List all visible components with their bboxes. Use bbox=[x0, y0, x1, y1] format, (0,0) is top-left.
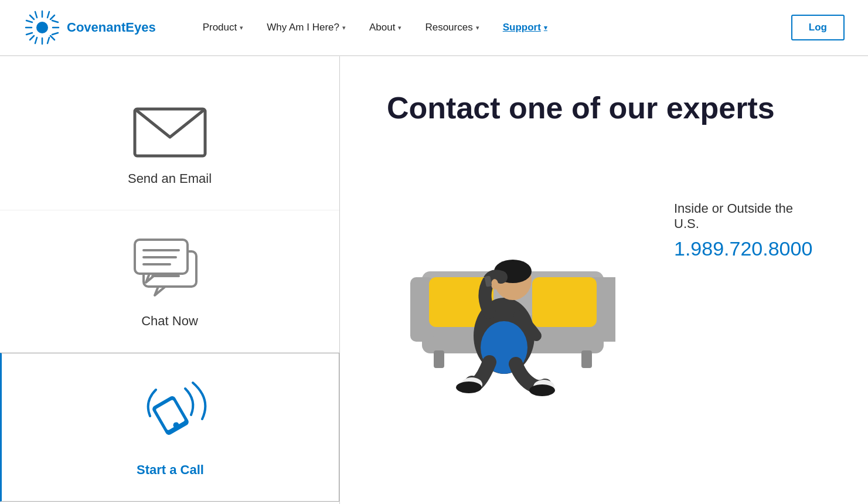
svg-line-7 bbox=[50, 15, 55, 19]
email-icon bbox=[129, 103, 211, 162]
left-panel: Send an Email bbox=[0, 56, 340, 504]
svg-line-13 bbox=[26, 33, 32, 35]
nav-item-resources[interactable]: Resources ▾ bbox=[413, 17, 491, 38]
call-option[interactable]: Start a Call bbox=[0, 353, 339, 502]
contact-right-body: Inside or Outside the U.S. 1.989.720.800… bbox=[387, 154, 821, 406]
navbar: CovenantEyes Product ▾ Why Am I Here? ▾ … bbox=[0, 0, 868, 56]
call-label: Start a Call bbox=[137, 462, 204, 478]
call-icon bbox=[130, 377, 212, 453]
svg-point-43 bbox=[456, 382, 482, 393]
phone-number[interactable]: 1.989.720.8000 bbox=[674, 237, 821, 260]
phone-info: Inside or Outside the U.S. 1.989.720.800… bbox=[674, 154, 821, 260]
svg-line-8 bbox=[30, 36, 34, 40]
chevron-down-icon: ▾ bbox=[240, 24, 243, 32]
svg-line-12 bbox=[52, 33, 58, 35]
svg-line-5 bbox=[30, 15, 34, 19]
nav-item-why[interactable]: Why Am I Here? ▾ bbox=[255, 17, 358, 38]
svg-line-9 bbox=[35, 12, 37, 18]
svg-rect-33 bbox=[434, 350, 444, 368]
svg-line-15 bbox=[35, 38, 37, 43]
sofa-illustration bbox=[387, 154, 639, 406]
chat-label: Chat Now bbox=[141, 314, 198, 329]
nav-login-area: Log bbox=[791, 15, 845, 40]
nav-links: Product ▾ Why Am I Here? ▾ About ▾ Resou… bbox=[191, 17, 791, 38]
page-title: Contact one of our experts bbox=[387, 91, 821, 125]
svg-line-10 bbox=[47, 38, 49, 43]
chat-option[interactable]: Chat Now bbox=[0, 210, 339, 353]
chevron-down-icon: ▾ bbox=[544, 24, 547, 32]
email-label: Send an Email bbox=[128, 171, 212, 186]
svg-line-11 bbox=[26, 21, 32, 22]
logo-link[interactable]: CovenantEyes bbox=[23, 9, 156, 46]
chat-icon bbox=[129, 234, 211, 304]
nav-item-about[interactable]: About ▾ bbox=[358, 17, 413, 38]
svg-point-44 bbox=[529, 384, 555, 396]
svg-line-6 bbox=[50, 36, 55, 40]
chevron-down-icon: ▾ bbox=[342, 24, 346, 32]
svg-rect-36 bbox=[532, 277, 597, 327]
svg-rect-34 bbox=[581, 350, 592, 368]
login-button[interactable]: Log bbox=[791, 15, 845, 40]
svg-line-14 bbox=[52, 21, 58, 22]
nav-item-product[interactable]: Product ▾ bbox=[191, 17, 256, 38]
email-option[interactable]: Send an Email bbox=[0, 80, 339, 210]
chevron-down-icon: ▾ bbox=[476, 24, 479, 32]
logo-text: CovenantEyes bbox=[67, 20, 156, 35]
chevron-down-icon: ▾ bbox=[398, 24, 401, 32]
logo-icon bbox=[23, 9, 61, 46]
main-content: Send an Email bbox=[0, 56, 868, 504]
right-panel: Contact one of our experts bbox=[340, 56, 868, 504]
svg-point-45 bbox=[491, 279, 498, 290]
nav-item-support[interactable]: Support ▾ bbox=[491, 17, 559, 38]
svg-line-16 bbox=[47, 12, 49, 18]
phone-label: Inside or Outside the U.S. bbox=[674, 201, 821, 231]
svg-point-0 bbox=[36, 22, 48, 33]
